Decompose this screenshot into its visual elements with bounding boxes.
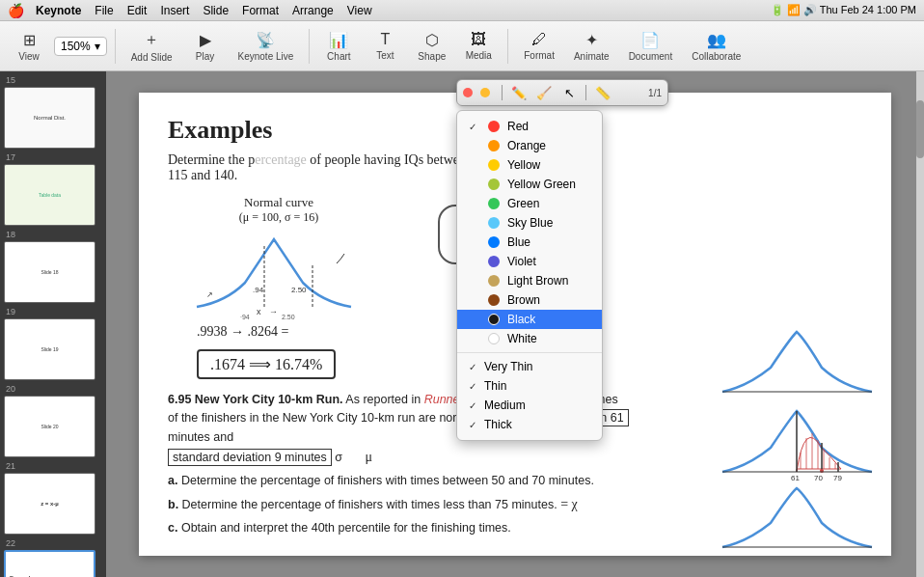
eraser-tool-button[interactable]: 🧹: [533, 83, 555, 102]
red-check: ✓: [469, 122, 478, 132]
animate-button[interactable]: ✦ Animate: [566, 28, 617, 65]
ygreen-label: Yellow Green: [507, 178, 576, 191]
menu-view[interactable]: View: [347, 4, 372, 17]
color-option-orange[interactable]: Orange: [457, 136, 602, 155]
problem1-content: Determine the p: [168, 152, 255, 167]
pen-tool-button[interactable]: ✏️: [508, 83, 530, 102]
problem2-title: 6.95 New York City 10-km Run.: [168, 393, 343, 406]
result-box: .1674 ⟹ 16.74%: [197, 349, 336, 379]
size-option-thin[interactable]: ✓ Thin: [457, 376, 602, 396]
mu-sigma-label: (μ = 100, σ = 16): [197, 210, 361, 225]
svg-text:2.50: 2.50: [282, 314, 295, 320]
white-swatch: [488, 333, 500, 344]
color-option-black[interactable]: Black: [457, 310, 602, 329]
chart-button[interactable]: 📊 Chart: [317, 28, 360, 65]
svg-text:→: →: [269, 307, 278, 316]
document-button[interactable]: 📄 Document: [621, 28, 681, 65]
color-option-violet[interactable]: Violet: [457, 252, 602, 271]
color-option-yellow[interactable]: Yellow: [457, 155, 602, 175]
draw-separator-1: [502, 85, 503, 100]
problem1-fade: ercentage: [255, 152, 310, 167]
part-c: c. Obtain and interpret the 40th percent…: [168, 519, 631, 537]
play-button[interactable]: ▶ Play: [184, 28, 227, 65]
green-label: Green: [507, 197, 539, 210]
main-area: 15 Normal Dist. 17 Table data 18 Slide 1…: [0, 71, 924, 577]
view-button[interactable]: ⊞ View: [8, 28, 50, 65]
svg-text:↗: ↗: [206, 290, 213, 299]
color-option-blue[interactable]: Blue: [457, 233, 602, 252]
view-icon: ⊞: [23, 31, 36, 49]
play-icon: ▶: [200, 31, 211, 49]
size-option-thick[interactable]: ✓ Thick: [457, 415, 602, 434]
slide-panel: 15 Normal Dist. 17 Table data 18 Slide 1…: [0, 71, 106, 577]
ruler-icon: 📏: [595, 86, 611, 100]
zoom-control[interactable]: 150% ▾: [54, 37, 107, 56]
svg-text:.94: .94: [253, 286, 264, 294]
stddev-box: standard deviation 9 minutes: [168, 449, 332, 466]
slide-thumb-18[interactable]: 18 Slide 18: [4, 230, 102, 303]
color-option-red[interactable]: ✓ Red: [457, 117, 602, 136]
color-option-green[interactable]: Green: [457, 194, 602, 213]
part-c-label: c.: [168, 521, 177, 535]
collaborate-icon: 👥: [707, 31, 726, 49]
collaborate-button[interactable]: 👥 Collaborate: [684, 28, 748, 65]
text-icon: T: [380, 31, 390, 48]
menu-file[interactable]: File: [95, 4, 113, 17]
menu-insert[interactable]: Insert: [160, 4, 189, 17]
blue-label: Blue: [507, 235, 530, 249]
system-icons: 🔋 📶 🔊 Thu Feb 24 1:00 PM: [771, 4, 916, 16]
color-option-light-brown[interactable]: Light Brown: [457, 271, 602, 290]
picker-separator: [457, 352, 602, 353]
brown-swatch: [488, 294, 500, 306]
ygreen-swatch: [488, 179, 500, 190]
keynote-live-button[interactable]: 📡 Keynote Live: [231, 28, 302, 65]
slide-thumb-15[interactable]: 15 Normal Dist.: [4, 75, 102, 149]
color-option-sky-blue[interactable]: Sky Blue: [457, 213, 602, 233]
add-slide-button[interactable]: ＋ Add Slide: [123, 27, 180, 66]
color-option-white[interactable]: White: [457, 329, 602, 348]
media-button[interactable]: 🖼 Media: [457, 28, 500, 64]
slide-thumb-21[interactable]: 21 z = x-µ: [4, 461, 102, 535]
color-option-yellow-green[interactable]: Yellow Green: [457, 175, 602, 194]
medium-label: Medium: [484, 398, 526, 412]
color-option-brown[interactable]: Brown: [457, 290, 602, 310]
size-option-medium[interactable]: ✓ Medium: [457, 396, 602, 415]
shape-button[interactable]: ⬡ Shape: [410, 28, 453, 65]
thin-label: Thin: [484, 379, 506, 393]
red-label: Red: [507, 120, 529, 133]
part-a-label: a.: [168, 474, 177, 487]
scroll-track[interactable]: [916, 71, 924, 577]
chart-icon: 📊: [329, 31, 348, 49]
black-swatch: [488, 314, 500, 325]
middle-bell-curve: 61 70 79: [718, 399, 877, 486]
separator-2: [309, 29, 310, 64]
ruler-tool-button[interactable]: 📏: [592, 83, 613, 102]
cursor-tool-button[interactable]: ↖: [558, 83, 580, 102]
menu-slide[interactable]: Slide: [203, 4, 229, 17]
menu-keynote[interactable]: Keynote: [36, 4, 81, 17]
minimize-button[interactable]: [480, 88, 490, 97]
menu-format[interactable]: Format: [242, 4, 279, 17]
size-option-very-thin[interactable]: ✓ Very Thin: [457, 357, 602, 376]
close-button[interactable]: [463, 88, 473, 97]
calc1: .9938 → .8264 =: [197, 324, 361, 340]
draw-separator-2: [585, 85, 586, 100]
bell-curve-chart: x .94 2.50 → ↗ ·94 2.50: [187, 225, 361, 321]
problem2-body: As reported in: [345, 393, 423, 406]
orange-swatch: [488, 140, 500, 151]
thick-check: ✓: [469, 420, 478, 430]
menu-arrange[interactable]: Arrange: [292, 4, 334, 17]
keynote-live-icon: 📡: [256, 31, 275, 49]
menu-bar: 🍎 Keynote File Edit Insert Slide Format …: [0, 0, 924, 21]
slide-thumb-17[interactable]: 17 Table data: [4, 152, 102, 226]
menu-items: Keynote File Edit Insert Slide Format Ar…: [36, 4, 372, 17]
apple-menu[interactable]: 🍎: [8, 3, 24, 18]
format-button[interactable]: 🖊 Format: [516, 28, 562, 64]
slide-thumb-19[interactable]: 19 Slide 19: [4, 307, 102, 380]
text-button[interactable]: T Text: [364, 28, 406, 64]
scroll-thumb[interactable]: [916, 100, 924, 158]
eraser-icon: 🧹: [536, 86, 552, 100]
slide-thumb-20[interactable]: 20 Slide 20: [4, 384, 102, 457]
menu-edit[interactable]: Edit: [127, 4, 148, 17]
slide-thumb-22[interactable]: 22 Examples Normal curve content: [4, 538, 102, 577]
